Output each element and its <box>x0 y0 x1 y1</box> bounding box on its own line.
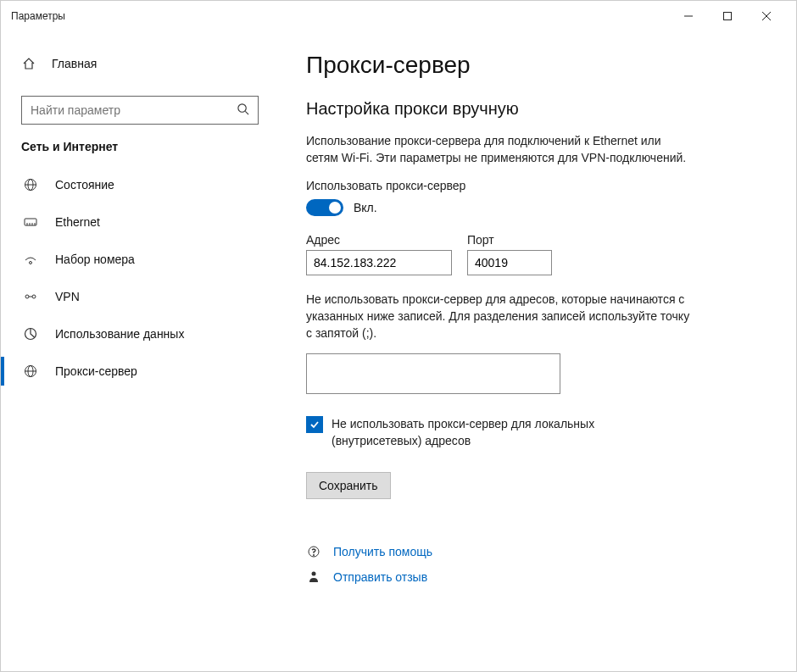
sidebar-item-status[interactable]: Состояние <box>21 169 272 201</box>
help-icon <box>306 545 321 558</box>
svg-point-4 <box>238 104 246 112</box>
minimize-button[interactable] <box>669 3 708 29</box>
port-input[interactable] <box>467 250 552 275</box>
address-label: Адрес <box>306 233 452 247</box>
exceptions-label: Не использовать прокси-сервер для адресо… <box>306 291 696 342</box>
sidebar: Главная Сеть и Интернет Состояние Ethern… <box>1 31 281 671</box>
svg-point-23 <box>313 554 314 555</box>
sidebar-item-label: Набор номера <box>55 253 135 266</box>
section-title: Настройка прокси вручную <box>306 99 762 119</box>
sidebar-item-label: VPN <box>55 290 80 303</box>
search-input[interactable] <box>31 103 237 117</box>
search-input-container[interactable] <box>21 96 259 125</box>
feedback-icon <box>306 570 321 584</box>
toggle-state-label: Вкл. <box>354 201 377 214</box>
svg-point-14 <box>30 262 32 264</box>
globe-icon <box>23 178 38 192</box>
sidebar-item-label: Прокси-сервер <box>55 364 137 378</box>
home-icon <box>21 57 36 70</box>
data-usage-icon <box>23 327 38 341</box>
bypass-local-label: Не использовать прокси-сервер для локаль… <box>332 416 679 449</box>
save-button[interactable]: Сохранить <box>306 472 391 499</box>
sidebar-item-label: Ethernet <box>55 215 100 229</box>
ethernet-icon <box>23 215 38 229</box>
check-icon <box>309 419 320 430</box>
exceptions-textarea[interactable] <box>306 353 560 394</box>
content-area: Прокси-сервер Настройка прокси вручную И… <box>281 31 796 671</box>
sidebar-home[interactable]: Главная <box>21 47 272 81</box>
svg-point-24 <box>312 571 316 575</box>
sidebar-item-label: Состояние <box>55 178 114 192</box>
help-link-row[interactable]: Получить помощь <box>306 545 762 558</box>
help-link-text: Получить помощь <box>333 545 432 558</box>
address-input[interactable] <box>306 250 452 275</box>
sidebar-item-proxy[interactable]: Прокси-сервер <box>21 355 272 387</box>
close-icon <box>762 12 771 20</box>
sidebar-home-label: Главная <box>52 57 97 70</box>
vpn-icon <box>23 290 38 303</box>
svg-rect-1 <box>724 13 732 20</box>
dialup-icon <box>23 253 38 266</box>
port-label: Порт <box>467 233 552 247</box>
sidebar-item-ethernet[interactable]: Ethernet <box>21 206 272 238</box>
svg-line-5 <box>245 111 248 114</box>
page-title: Прокси-сервер <box>306 52 762 79</box>
titlebar: Параметры <box>1 1 796 31</box>
bypass-local-checkbox[interactable] <box>306 416 323 433</box>
svg-point-15 <box>25 295 29 298</box>
sidebar-item-dialup[interactable]: Набор номера <box>21 243 272 275</box>
close-button[interactable] <box>747 3 786 29</box>
minimize-icon <box>684 12 693 20</box>
feedback-link-text: Отправить отзыв <box>333 570 427 584</box>
maximize-button[interactable] <box>708 3 747 29</box>
svg-point-16 <box>32 295 36 298</box>
sidebar-item-datausage[interactable]: Использование данных <box>21 318 272 350</box>
sidebar-category: Сеть и Интернет <box>21 140 272 153</box>
search-icon <box>237 103 249 118</box>
section-description: Использование прокси-сервера для подключ… <box>306 132 696 167</box>
maximize-icon <box>723 12 732 20</box>
sidebar-item-label: Использование данных <box>55 327 184 341</box>
feedback-link-row[interactable]: Отправить отзыв <box>306 570 762 584</box>
proxy-icon <box>23 364 38 378</box>
sidebar-item-vpn[interactable]: VPN <box>21 280 272 313</box>
window-title: Параметры <box>11 10 65 22</box>
use-proxy-toggle[interactable] <box>306 199 343 216</box>
use-proxy-label: Использовать прокси-сервер <box>306 179 762 192</box>
